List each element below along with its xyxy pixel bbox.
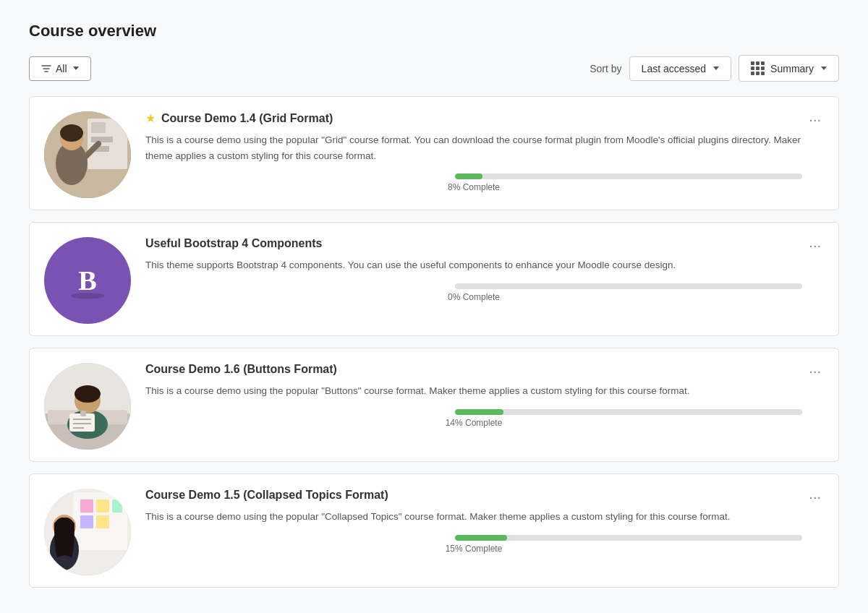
course-card: Course Demo 1.5 (Collapsed Topics Format… <box>29 473 839 588</box>
sort-summary-button[interactable]: Summary <box>739 55 839 82</box>
progress-bar <box>455 409 802 415</box>
grid-icon <box>751 61 765 75</box>
svg-rect-25 <box>80 500 93 513</box>
course-thumbnail <box>44 363 131 450</box>
course-thumbnail: B <box>44 237 131 324</box>
svg-rect-28 <box>80 515 93 528</box>
course-title[interactable]: Course Demo 1.5 (Collapsed Topics Format… <box>145 489 388 502</box>
course-header: ★ Course Demo 1.4 (Grid Format) <box>145 111 802 125</box>
filter-chevron-icon <box>73 67 79 70</box>
more-options-button[interactable]: ··· <box>804 361 825 381</box>
svg-point-7 <box>60 124 83 142</box>
ellipsis-icon: ··· <box>809 237 821 253</box>
filter-label: All <box>56 63 67 74</box>
more-options-button[interactable]: ··· <box>804 110 825 129</box>
star-icon: ★ <box>145 111 156 125</box>
course-card: ★ Course Demo 1.4 (Grid Format) This is … <box>29 96 839 210</box>
progress-section: 15% Complete <box>145 535 802 554</box>
progress-section: 8% Complete <box>145 173 802 192</box>
progress-section: 0% Complete <box>145 283 802 302</box>
svg-rect-3 <box>91 137 113 142</box>
svg-rect-29 <box>96 515 109 528</box>
sort-last-accessed-button[interactable]: Last accessed <box>629 56 732 81</box>
page-title: Course overview <box>29 22 839 40</box>
course-thumbnail <box>44 111 131 198</box>
course-body: ★ Course Demo 1.4 (Grid Format) This is … <box>145 111 824 192</box>
course-header: Course Demo 1.6 (Buttons Format) <box>145 363 802 376</box>
course-title[interactable]: Course Demo 1.4 (Grid Format) <box>161 112 333 125</box>
filter-button[interactable]: All <box>29 56 91 81</box>
course-description: This theme supports Bootstrap 4 componen… <box>145 257 802 273</box>
sort-last-accessed-label: Last accessed <box>642 63 707 74</box>
progress-bar-fill <box>455 535 507 541</box>
progress-label: 8% Complete <box>300 182 647 192</box>
progress-bar-fill <box>455 409 503 415</box>
progress-bar <box>455 173 802 179</box>
course-title[interactable]: Useful Bootstrap 4 Components <box>145 237 322 250</box>
sort-section: Sort by Last accessed Summary <box>590 55 839 82</box>
sort-summary-label: Summary <box>770 63 814 74</box>
sort-summary-chevron-icon <box>821 67 827 70</box>
svg-rect-19 <box>80 411 86 416</box>
svg-rect-26 <box>96 500 109 513</box>
filter-icon <box>41 64 51 74</box>
ellipsis-icon: ··· <box>809 363 821 379</box>
svg-point-17 <box>75 385 101 403</box>
progress-bar <box>455 535 802 541</box>
svg-point-11 <box>71 293 105 299</box>
svg-rect-2 <box>91 122 106 133</box>
course-card: B Useful Bootstrap 4 Components This the… <box>29 222 839 336</box>
ellipsis-icon: ··· <box>809 111 821 127</box>
progress-label: 15% Complete <box>300 544 647 554</box>
course-card: Course Demo 1.6 (Buttons Format) This is… <box>29 348 839 462</box>
more-options-button[interactable]: ··· <box>804 487 825 507</box>
svg-rect-27 <box>112 500 122 513</box>
progress-label: 0% Complete <box>300 292 647 302</box>
course-thumbnail <box>44 489 131 575</box>
course-description: This is a course demo using the popular … <box>145 383 802 399</box>
sort-last-accessed-chevron-icon <box>713 67 719 70</box>
course-body: Useful Bootstrap 4 Components This theme… <box>145 237 824 302</box>
progress-bar-fill <box>455 173 482 179</box>
toolbar: All Sort by Last accessed Summary <box>29 55 839 82</box>
sort-by-label: Sort by <box>590 63 621 74</box>
bootstrap-logo-icon: B <box>64 257 111 304</box>
course-header: Course Demo 1.5 (Collapsed Topics Format… <box>145 489 802 502</box>
svg-text:B: B <box>78 265 97 296</box>
ellipsis-icon: ··· <box>809 489 821 505</box>
course-body: Course Demo 1.6 (Buttons Format) This is… <box>145 363 824 428</box>
progress-label: 14% Complete <box>300 418 647 428</box>
course-description: This is a course demo using the popular … <box>145 132 802 163</box>
course-list: ★ Course Demo 1.4 (Grid Format) This is … <box>29 96 839 588</box>
course-header: Useful Bootstrap 4 Components <box>145 237 802 250</box>
course-description: This is a course demo using the popular … <box>145 509 802 525</box>
progress-bar <box>455 283 802 289</box>
course-body: Course Demo 1.5 (Collapsed Topics Format… <box>145 489 824 554</box>
course-title[interactable]: Course Demo 1.6 (Buttons Format) <box>145 363 337 376</box>
progress-section: 14% Complete <box>145 409 802 428</box>
more-options-button[interactable]: ··· <box>804 236 825 255</box>
